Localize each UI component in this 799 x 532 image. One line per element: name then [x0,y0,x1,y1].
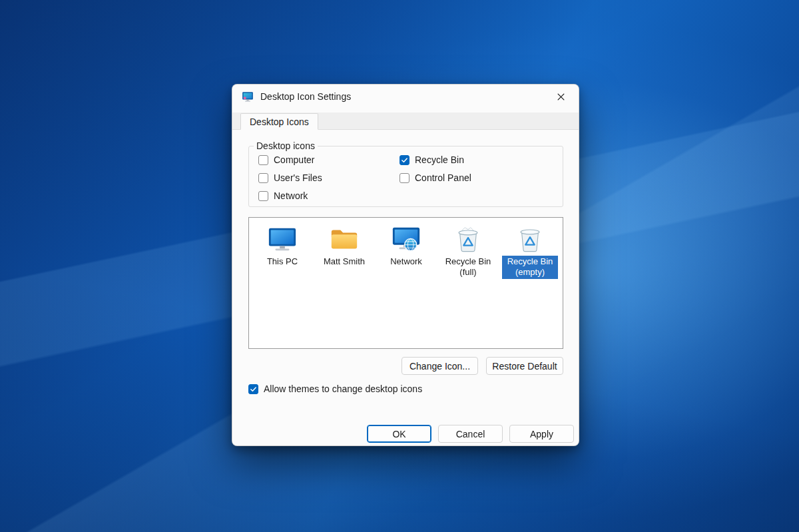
checkbox-network-box[interactable] [258,191,268,201]
icon-item-user-folder[interactable]: Matt Smith [315,224,374,268]
window-title: Desktop Icon Settings [260,91,351,102]
checkbox-control-panel-box[interactable] [400,173,409,183]
desktop-icons-group: Desktop icons Computer Recycle Bin [248,140,563,207]
desktop-icon-settings-icon [242,91,254,103]
network-icon [391,224,421,254]
checkbox-users-files-label: User's Files [274,172,322,183]
recycle-bin-empty-icon [515,224,545,254]
dialog-buttons: OK Cancel Apply [367,425,574,443]
cancel-button[interactable]: Cancel [438,425,503,443]
tab-label: Desktop Icons [250,117,309,127]
this-pc-icon [267,224,298,254]
user-folder-icon [329,224,360,254]
allow-themes-checkbox-box[interactable] [248,384,258,394]
checkbox-recycle-bin-label: Recycle Bin [415,154,464,165]
checkbox-computer-label: Computer [274,154,314,165]
checkbox-control-panel-label: Control Panel [415,172,471,183]
checkbox-computer-box[interactable] [258,155,268,165]
checkbox-network-label: Network [274,190,308,201]
icon-item-recycle-bin-full[interactable]: Recycle Bin (full) [439,224,497,279]
close-button[interactable] [547,87,575,107]
apply-button[interactable]: Apply [509,425,574,443]
icon-item-label: This PC [264,256,300,268]
checkbox-users-files[interactable]: User's Files [258,171,400,184]
icon-item-this-pc[interactable]: This PC [253,224,312,268]
checkbox-users-files-box[interactable] [258,173,268,183]
desktop-icon-settings-window: Desktop Icon Settings Desktop Icons Desk… [232,84,579,446]
change-icon-button[interactable]: Change Icon... [401,357,478,375]
restore-default-button[interactable]: Restore Default [486,357,563,375]
icon-item-label: Recycle Bin (empty) [502,256,558,279]
allow-themes-checkbox-label: Allow themes to change desktop icons [264,384,422,394]
title-bar: Desktop Icon Settings [232,85,579,109]
icon-item-network[interactable]: Network [377,224,435,268]
checkbox-computer[interactable]: Computer [258,153,400,166]
tab-desktop-icons[interactable]: Desktop Icons [240,113,318,130]
ok-button[interactable]: OK [367,425,431,443]
tab-strip: Desktop Icons [232,113,579,130]
close-icon [557,93,565,101]
checkbox-grid: Computer Recycle Bin User's Files [249,151,563,202]
icon-item-label: Recycle Bin (full) [440,256,496,279]
recycle-bin-full-icon [453,224,483,254]
icon-item-recycle-bin-empty[interactable]: Recycle Bin (empty) [501,224,559,279]
checkbox-control-panel[interactable]: Control Panel [400,171,563,184]
tab-page: Desktop icons Computer Recycle Bin [232,130,579,446]
checkbox-network[interactable]: Network [258,189,400,202]
icon-action-buttons: Change Icon... Restore Default [401,357,563,375]
icon-listbox[interactable]: This PC Matt Smith [248,217,563,349]
checkbox-recycle-bin[interactable]: Recycle Bin [400,153,563,166]
checkbox-recycle-bin-box[interactable] [400,155,409,165]
allow-themes-checkbox[interactable]: Allow themes to change desktop icons [248,382,422,396]
group-title: Desktop icons [254,140,318,151]
icon-item-label: Matt Smith [321,256,368,268]
icon-item-label: Network [388,256,425,268]
